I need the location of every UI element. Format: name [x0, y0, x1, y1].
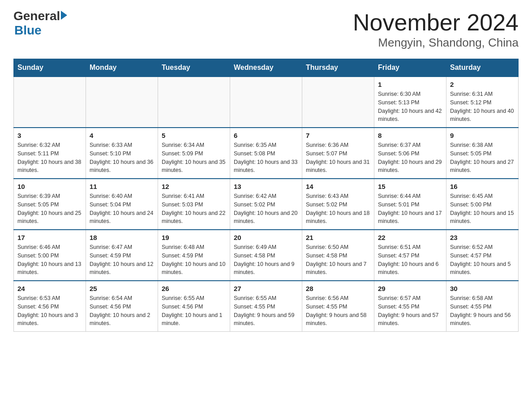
day-number: 21: [306, 234, 370, 241]
day-info: Sunrise: 6:48 AM Sunset: 4:59 PM Dayligh…: [162, 243, 226, 277]
calendar-cell: 14Sunrise: 6:43 AM Sunset: 5:02 PM Dayli…: [302, 179, 374, 230]
day-number: 24: [17, 285, 82, 292]
calendar-cell: 19Sunrise: 6:48 AM Sunset: 4:59 PM Dayli…: [158, 230, 230, 281]
header: General Blue November 2024 Mengyin, Shan…: [13, 9, 519, 50]
day-number: 15: [378, 183, 442, 190]
calendar-cell: 5Sunrise: 6:34 AM Sunset: 5:09 PM Daylig…: [158, 128, 230, 179]
day-info: Sunrise: 6:30 AM Sunset: 5:13 PM Dayligh…: [378, 90, 442, 124]
day-of-week-header: Thursday: [302, 59, 374, 77]
calendar-cell: 17Sunrise: 6:46 AM Sunset: 5:00 PM Dayli…: [14, 230, 86, 281]
calendar-cell: 1Sunrise: 6:30 AM Sunset: 5:13 PM Daylig…: [374, 77, 446, 128]
day-number: 1: [378, 81, 442, 88]
day-info: Sunrise: 6:55 AM Sunset: 4:55 PM Dayligh…: [234, 294, 298, 328]
day-number: 18: [90, 234, 154, 241]
day-info: Sunrise: 6:53 AM Sunset: 4:56 PM Dayligh…: [17, 294, 82, 328]
day-info: Sunrise: 6:56 AM Sunset: 4:55 PM Dayligh…: [306, 294, 370, 328]
calendar-cell: 25Sunrise: 6:54 AM Sunset: 4:56 PM Dayli…: [86, 281, 158, 332]
calendar-cell: 15Sunrise: 6:44 AM Sunset: 5:01 PM Dayli…: [374, 179, 446, 230]
calendar-cell: 18Sunrise: 6:47 AM Sunset: 4:59 PM Dayli…: [86, 230, 158, 281]
day-header-row: SundayMondayTuesdayWednesdayThursdayFrid…: [14, 59, 519, 77]
calendar-cell: 6Sunrise: 6:35 AM Sunset: 5:08 PM Daylig…: [230, 128, 302, 179]
calendar-cell: 13Sunrise: 6:42 AM Sunset: 5:02 PM Dayli…: [230, 179, 302, 230]
calendar-cell: 23Sunrise: 6:52 AM Sunset: 4:57 PM Dayli…: [446, 230, 519, 281]
day-info: Sunrise: 6:43 AM Sunset: 5:02 PM Dayligh…: [306, 192, 370, 226]
day-number: 13: [234, 183, 298, 190]
day-info: Sunrise: 6:57 AM Sunset: 4:55 PM Dayligh…: [378, 294, 442, 328]
day-number: 16: [450, 183, 515, 190]
day-info: Sunrise: 6:47 AM Sunset: 4:59 PM Dayligh…: [90, 243, 154, 277]
day-number: 30: [450, 285, 515, 292]
calendar-cell: 10Sunrise: 6:39 AM Sunset: 5:05 PM Dayli…: [14, 179, 86, 230]
calendar-cell: 12Sunrise: 6:41 AM Sunset: 5:03 PM Dayli…: [158, 179, 230, 230]
calendar-cell: [230, 77, 302, 128]
day-info: Sunrise: 6:40 AM Sunset: 5:04 PM Dayligh…: [90, 192, 154, 226]
day-info: Sunrise: 6:33 AM Sunset: 5:10 PM Dayligh…: [90, 141, 154, 175]
calendar-cell: 8Sunrise: 6:37 AM Sunset: 5:06 PM Daylig…: [374, 128, 446, 179]
calendar-cell: 26Sunrise: 6:55 AM Sunset: 4:56 PM Dayli…: [158, 281, 230, 332]
month-title: November 2024: [353, 9, 519, 36]
calendar-cell: 21Sunrise: 6:50 AM Sunset: 4:58 PM Dayli…: [302, 230, 374, 281]
day-of-week-header: Tuesday: [158, 59, 230, 77]
title-area: November 2024 Mengyin, Shandong, China: [353, 9, 519, 50]
day-number: 26: [162, 285, 226, 292]
day-number: 17: [17, 234, 82, 241]
calendar-cell: 20Sunrise: 6:49 AM Sunset: 4:58 PM Dayli…: [230, 230, 302, 281]
calendar-cell: 24Sunrise: 6:53 AM Sunset: 4:56 PM Dayli…: [14, 281, 86, 332]
day-info: Sunrise: 6:39 AM Sunset: 5:05 PM Dayligh…: [17, 192, 82, 226]
calendar-header: SundayMondayTuesdayWednesdayThursdayFrid…: [14, 59, 519, 77]
day-number: 3: [17, 132, 82, 139]
day-number: 14: [306, 183, 370, 190]
day-number: 22: [378, 234, 442, 241]
day-of-week-header: Saturday: [446, 59, 519, 77]
calendar-cell: [14, 77, 86, 128]
day-info: Sunrise: 6:44 AM Sunset: 5:01 PM Dayligh…: [378, 192, 442, 226]
calendar-cell: 30Sunrise: 6:58 AM Sunset: 4:55 PM Dayli…: [446, 281, 519, 332]
day-number: 29: [378, 285, 442, 292]
day-number: 28: [306, 285, 370, 292]
calendar-cell: 11Sunrise: 6:40 AM Sunset: 5:04 PM Dayli…: [86, 179, 158, 230]
day-of-week-header: Friday: [374, 59, 446, 77]
day-number: 23: [450, 234, 515, 241]
day-number: 8: [378, 132, 442, 139]
calendar-cell: 27Sunrise: 6:55 AM Sunset: 4:55 PM Dayli…: [230, 281, 302, 332]
calendar-week-row: 24Sunrise: 6:53 AM Sunset: 4:56 PM Dayli…: [14, 281, 519, 332]
calendar-cell: 7Sunrise: 6:36 AM Sunset: 5:07 PM Daylig…: [302, 128, 374, 179]
day-of-week-header: Sunday: [14, 59, 86, 77]
day-number: 10: [17, 183, 82, 190]
day-info: Sunrise: 6:32 AM Sunset: 5:11 PM Dayligh…: [17, 141, 82, 175]
day-info: Sunrise: 6:55 AM Sunset: 4:56 PM Dayligh…: [162, 294, 226, 328]
day-number: 27: [234, 285, 298, 292]
day-info: Sunrise: 6:51 AM Sunset: 4:57 PM Dayligh…: [378, 243, 442, 277]
day-info: Sunrise: 6:34 AM Sunset: 5:09 PM Dayligh…: [162, 141, 226, 175]
location-title: Mengyin, Shandong, China: [353, 36, 519, 50]
day-info: Sunrise: 6:49 AM Sunset: 4:58 PM Dayligh…: [234, 243, 298, 277]
day-info: Sunrise: 6:52 AM Sunset: 4:57 PM Dayligh…: [450, 243, 515, 277]
day-number: 7: [306, 132, 370, 139]
calendar-cell: 16Sunrise: 6:45 AM Sunset: 5:00 PM Dayli…: [446, 179, 519, 230]
calendar-week-row: 17Sunrise: 6:46 AM Sunset: 5:00 PM Dayli…: [14, 230, 519, 281]
day-number: 5: [162, 132, 226, 139]
day-number: 2: [450, 81, 515, 88]
day-info: Sunrise: 6:46 AM Sunset: 5:00 PM Dayligh…: [17, 243, 82, 277]
day-info: Sunrise: 6:41 AM Sunset: 5:03 PM Dayligh…: [162, 192, 226, 226]
calendar-cell: 9Sunrise: 6:38 AM Sunset: 5:05 PM Daylig…: [446, 128, 519, 179]
calendar-week-row: 10Sunrise: 6:39 AM Sunset: 5:05 PM Dayli…: [14, 179, 519, 230]
calendar-week-row: 1Sunrise: 6:30 AM Sunset: 5:13 PM Daylig…: [14, 77, 519, 128]
day-number: 12: [162, 183, 226, 190]
day-info: Sunrise: 6:36 AM Sunset: 5:07 PM Dayligh…: [306, 141, 370, 175]
calendar-cell: 28Sunrise: 6:56 AM Sunset: 4:55 PM Dayli…: [302, 281, 374, 332]
day-info: Sunrise: 6:38 AM Sunset: 5:05 PM Dayligh…: [450, 141, 515, 175]
day-number: 20: [234, 234, 298, 241]
calendar-cell: 22Sunrise: 6:51 AM Sunset: 4:57 PM Dayli…: [374, 230, 446, 281]
day-info: Sunrise: 6:45 AM Sunset: 5:00 PM Dayligh…: [450, 192, 515, 226]
day-info: Sunrise: 6:35 AM Sunset: 5:08 PM Dayligh…: [234, 141, 298, 175]
day-info: Sunrise: 6:37 AM Sunset: 5:06 PM Dayligh…: [378, 141, 442, 175]
calendar-cell: [302, 77, 374, 128]
calendar-week-row: 3Sunrise: 6:32 AM Sunset: 5:11 PM Daylig…: [14, 128, 519, 179]
calendar-cell: [158, 77, 230, 128]
logo-general-text: General: [13, 9, 67, 23]
logo: General Blue: [13, 9, 67, 38]
calendar-cell: 3Sunrise: 6:32 AM Sunset: 5:11 PM Daylig…: [14, 128, 86, 179]
calendar-cell: 29Sunrise: 6:57 AM Sunset: 4:55 PM Dayli…: [374, 281, 446, 332]
day-info: Sunrise: 6:42 AM Sunset: 5:02 PM Dayligh…: [234, 192, 298, 226]
